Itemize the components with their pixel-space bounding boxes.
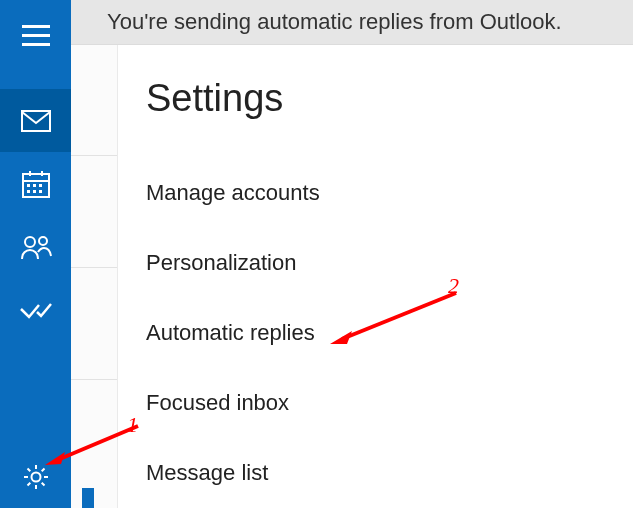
gutter-selection [82,488,94,508]
svg-rect-0 [22,25,50,28]
svg-point-14 [25,237,35,247]
settings-item-message-list[interactable]: Message list [146,438,633,508]
svg-rect-10 [39,184,42,187]
gutter-divider [71,155,117,156]
gutter-divider [71,267,117,268]
nav-calendar[interactable] [0,152,71,215]
settings-item-label: Automatic replies [146,320,315,346]
nav-people[interactable] [0,215,71,278]
svg-rect-11 [27,190,30,193]
hamburger-button[interactable] [0,0,71,72]
hamburger-icon [22,25,50,47]
svg-rect-8 [27,184,30,187]
mail-icon [21,110,51,132]
notification-text: You're sending automatic replies from Ou… [107,9,562,35]
right-area: You're sending automatic replies from Ou… [71,0,633,508]
app-root: You're sending automatic replies from Ou… [0,0,633,508]
svg-rect-12 [33,190,36,193]
nav-settings[interactable] [0,445,71,508]
svg-rect-9 [33,184,36,187]
svg-point-15 [39,237,47,245]
nav-todo[interactable] [0,278,71,341]
gutter-divider [71,379,117,380]
settings-item-manage-accounts[interactable]: Manage accounts [146,158,633,228]
settings-item-label: Personalization [146,250,296,276]
list-gutter [71,45,118,508]
settings-panel: Settings Manage accounts Personalization… [118,45,633,508]
settings-item-label: Manage accounts [146,180,320,206]
svg-point-16 [31,472,40,481]
gear-icon [22,463,50,491]
settings-title: Settings [146,77,633,120]
svg-rect-1 [22,34,50,37]
below-notif: Settings Manage accounts Personalization… [71,45,633,508]
svg-rect-13 [39,190,42,193]
svg-rect-3 [22,111,50,131]
notification-bar[interactable]: You're sending automatic replies from Ou… [71,0,633,45]
nav-mail[interactable] [0,89,71,152]
settings-item-label: Focused inbox [146,390,289,416]
people-icon [20,234,52,260]
settings-item-personalization[interactable]: Personalization [146,228,633,298]
todo-icon [20,300,52,320]
nav-rail [0,0,71,508]
svg-rect-2 [22,43,50,46]
settings-item-automatic-replies[interactable]: Automatic replies [146,298,633,368]
settings-item-label: Message list [146,460,268,486]
settings-item-focused-inbox[interactable]: Focused inbox [146,368,633,438]
calendar-icon [22,170,50,198]
